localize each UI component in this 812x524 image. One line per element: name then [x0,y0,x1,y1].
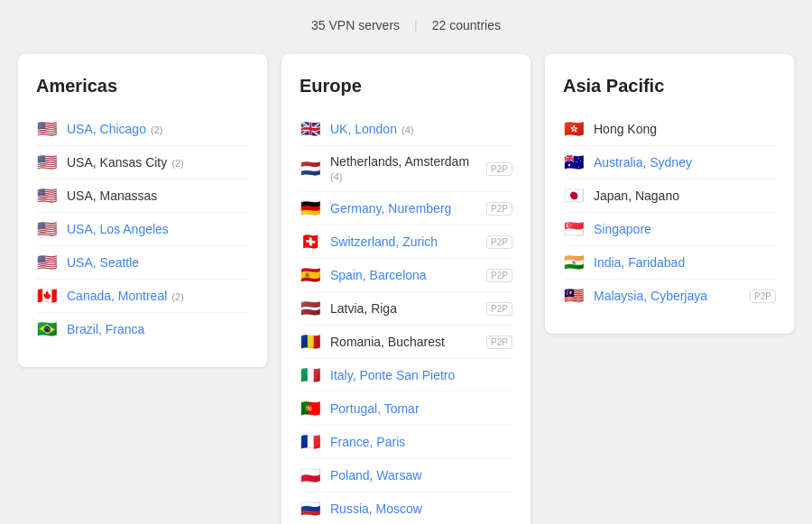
flag-icon: 🇳🇱 [300,161,321,177]
server-name: Hong Kong [594,122,776,136]
list-item: 🇬🇧UK, London (4) [300,113,512,146]
p2p-badge: P2P [486,202,512,216]
list-item: 🇺🇸USA, Manassas [36,179,249,213]
p2p-badge: P2P [486,235,512,249]
flag-icon: 🇷🇴 [300,334,321,350]
list-item: 🇺🇸USA, Seattle [36,246,249,280]
list-item: 🇷🇺Russia, Moscow [300,492,512,524]
flag-icon: 🇺🇸 [36,221,58,237]
top-bar: 35 VPN servers | 22 countries [311,18,501,32]
server-list-americas: 🇺🇸USA, Chicago (2)🇺🇸USA, Kansas City (2)… [36,113,249,345]
server-name: Netherlands, Amsterdam (4) [330,154,477,183]
server-name[interactable]: UK, London (4) [330,122,512,136]
flag-icon: 🇷🇺 [300,501,321,517]
flag-icon: 🇺🇸 [36,121,58,137]
server-name[interactable]: Russia, Moscow [330,501,512,516]
flag-icon: 🇬🇧 [300,121,321,137]
server-list-europe: 🇬🇧UK, London (4)🇳🇱Netherlands, Amsterdam… [300,113,512,524]
server-count-badge: (4) [399,124,414,135]
list-item: 🇳🇱Netherlands, Amsterdam (4)P2P [300,146,512,192]
p2p-badge: P2P [486,269,512,282]
panel-title-asia-pacific: Asia Pacific [563,76,776,97]
server-name[interactable]: USA, Seattle [67,255,249,270]
server-name[interactable]: Brazil, Franca [67,322,249,336]
server-name[interactable]: Malaysia, Cyberjaya [594,289,741,303]
flag-icon: 🇺🇸 [36,188,58,204]
list-item: 🇮🇳India, Faridabad [563,246,776,280]
panel-asia-pacific: Asia Pacific🇭🇰Hong Kong🇦🇺Australia, Sydn… [545,54,794,334]
flag-icon: 🇨🇭 [300,234,321,250]
server-name[interactable]: Spain, Barcelona [330,268,477,282]
flag-icon: 🇲🇾 [563,288,585,304]
list-item: 🇺🇸USA, Kansas City (2) [36,146,249,179]
flag-icon: 🇯🇵 [563,188,585,204]
list-item: 🇵🇱Poland, Warsaw [300,459,512,492]
server-name[interactable]: USA, Los Angeles [67,222,249,236]
list-item: 🇲🇾Malaysia, CyberjayaP2P [563,280,776,312]
server-name[interactable]: Poland, Warsaw [330,468,512,483]
server-name[interactable]: France, Paris [330,435,512,449]
flag-icon: 🇨🇦 [36,288,58,304]
list-item: 🇧🇷Brazil, Franca [36,313,249,345]
panel-europe: Europe🇬🇧UK, London (4)🇳🇱Netherlands, Ams… [281,54,531,524]
list-item: 🇫🇷France, Paris [300,426,512,459]
list-item: 🇸🇬Singapore [563,213,776,246]
server-name: USA, Manassas [67,188,249,203]
server-name[interactable]: Italy, Ponte San Pietro [330,368,512,382]
list-item: 🇩🇪Germany, NurembergP2P [300,192,512,225]
panels-container: Americas🇺🇸USA, Chicago (2)🇺🇸USA, Kansas … [18,54,794,524]
list-item: 🇦🇺Australia, Sydney [563,146,776,179]
server-name: Japan, Nagano [594,188,776,203]
list-item: 🇭🇰Hong Kong [563,113,776,146]
server-name[interactable]: Australia, Sydney [594,155,776,170]
list-item: 🇨🇭Switzerland, ZurichP2P [300,225,512,259]
flag-icon: 🇺🇸 [36,254,58,271]
flag-icon: 🇵🇱 [300,467,321,483]
panel-americas: Americas🇺🇸USA, Chicago (2)🇺🇸USA, Kansas … [18,54,267,367]
panel-title-europe: Europe [300,76,512,97]
flag-icon: 🇭🇰 [563,121,585,137]
flag-icon: 🇱🇻 [300,300,321,317]
server-name[interactable]: Singapore [594,222,776,236]
flag-icon: 🇫🇷 [300,434,321,450]
server-name: USA, Kansas City (2) [67,155,249,170]
list-item: 🇺🇸USA, Chicago (2) [36,113,249,146]
list-item: 🇮🇹Italy, Ponte San Pietro [300,359,512,392]
list-item: 🇪🇸Spain, BarcelonaP2P [300,259,512,292]
server-count-badge: (2) [169,158,184,169]
server-name: Romania, Bucharest [330,335,477,349]
p2p-badge: P2P [486,336,512,349]
divider: | [414,18,418,32]
servers-count: 35 VPN servers [311,18,400,32]
server-list-asia-pacific: 🇭🇰Hong Kong🇦🇺Australia, Sydney🇯🇵Japan, N… [563,113,776,312]
flag-icon: 🇦🇺 [563,154,585,170]
server-name[interactable]: Germany, Nuremberg [330,201,477,216]
list-item: 🇱🇻Latvia, RigaP2P [300,292,512,326]
p2p-badge: P2P [486,162,512,176]
p2p-badge: P2P [486,302,512,316]
server-name[interactable]: India, Faridabad [594,255,776,270]
flag-icon: 🇸🇬 [563,221,585,237]
flag-icon: 🇺🇸 [36,154,58,170]
server-name: Latvia, Riga [330,301,477,316]
list-item: 🇵🇹Portugal, Tomar [300,392,512,426]
panel-title-americas: Americas [36,76,249,97]
server-count-badge: (2) [148,124,163,135]
list-item: 🇺🇸USA, Los Angeles [36,213,249,246]
server-count-badge: (4) [330,171,342,182]
server-name[interactable]: USA, Chicago (2) [67,122,249,136]
flag-icon: 🇩🇪 [300,200,321,216]
flag-icon: 🇧🇷 [36,321,58,337]
flag-icon: 🇵🇹 [300,400,321,417]
countries-count: 22 countries [432,18,501,32]
server-count-badge: (2) [169,291,184,302]
list-item: 🇨🇦Canada, Montreal (2) [36,280,249,313]
server-name[interactable]: Switzerland, Zurich [330,234,477,249]
list-item: 🇯🇵Japan, Nagano [563,179,776,213]
p2p-badge: P2P [750,290,776,303]
server-name[interactable]: Canada, Montreal (2) [67,289,249,303]
list-item: 🇷🇴Romania, BucharestP2P [300,326,512,359]
flag-icon: 🇮🇹 [300,367,321,383]
flag-icon: 🇪🇸 [300,267,321,283]
server-name[interactable]: Portugal, Tomar [330,401,512,416]
